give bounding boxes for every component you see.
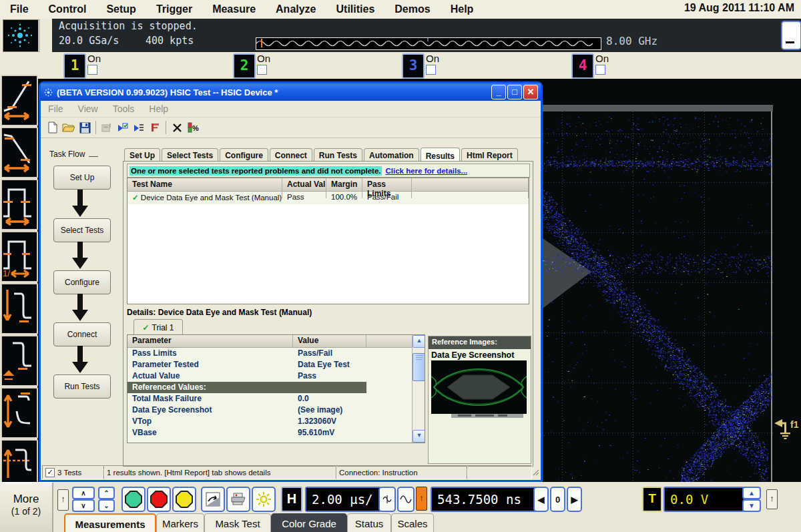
margin-report-button[interactable]: %	[186, 120, 200, 135]
scroll-thumb[interactable]	[413, 353, 425, 381]
more-button[interactable]: More (1 of 2)	[0, 482, 53, 532]
scroll-down-button[interactable]: ▼	[413, 430, 425, 443]
measure-amplitude-button[interactable]	[1, 387, 38, 439]
menu-utilities[interactable]: Utilities	[326, 3, 385, 15]
dialog-menu-tools[interactable]: Tools	[105, 103, 142, 114]
channel-2-checkbox[interactable]	[257, 65, 267, 75]
dialog-minimize-button[interactable]: _	[491, 85, 506, 99]
tab-connect[interactable]: Connect	[270, 148, 312, 162]
menu-demos[interactable]: Demos	[384, 3, 440, 15]
print-button[interactable]	[226, 487, 250, 512]
tab-results[interactable]: Results	[421, 148, 460, 162]
trigger-level-display[interactable]: 0.0 V	[663, 487, 745, 512]
bottom-tab-color-grade[interactable]: Color Grade	[271, 513, 347, 532]
scroll-up-button[interactable]: ▲	[413, 335, 425, 348]
measure-fall-time-button[interactable]	[1, 127, 38, 178]
task-flow-select-tests-button[interactable]: Select Tests	[53, 218, 111, 242]
timebase-display[interactable]: 2.00 µs/	[305, 487, 381, 512]
param-row[interactable]: VTop1.323060V	[127, 416, 425, 427]
trial-1-tab[interactable]: ✓ Trial 1	[134, 319, 183, 335]
task-flow-configure-button[interactable]: Configure	[53, 270, 111, 294]
param-row[interactable]: Data Eye Screenshot(See image)	[127, 405, 425, 416]
save-project-button[interactable]	[77, 120, 92, 135]
task-flow-set-up-button[interactable]: Set Up	[53, 166, 111, 190]
param-row[interactable]: Actual ValuePass	[127, 370, 425, 382]
waveform-preview-bar[interactable]	[256, 37, 601, 50]
menu-setup[interactable]: Setup	[96, 3, 146, 15]
param-row[interactable]: VBase95.610mV	[127, 427, 425, 439]
channel-1-button[interactable]: 1	[63, 53, 86, 79]
bottom-tab-scales[interactable]: Scales	[391, 513, 434, 532]
dialog-menu-view[interactable]: View	[71, 103, 105, 114]
table-row[interactable]: ✓ Device Data Eye and Mask Test (Manual)…	[127, 192, 529, 204]
measure-minimum-button[interactable]	[1, 283, 38, 334]
measure-frequency-button[interactable]: 1/	[1, 231, 38, 282]
screen-capture-button[interactable]	[201, 487, 225, 512]
app-minimize-button[interactable]	[781, 21, 801, 50]
channel-3-button[interactable]: 3	[402, 53, 425, 79]
channel-4-checkbox[interactable]	[595, 65, 605, 75]
bottom-tab-status[interactable]: Status	[347, 513, 391, 532]
param-row[interactable]: Parameter TestedData Eye Test	[127, 359, 425, 370]
open-project-button[interactable]	[61, 120, 76, 135]
resize-grip-icon[interactable]	[533, 469, 539, 476]
measure-base-button[interactable]	[1, 335, 38, 386]
menu-measure[interactable]: Measure	[202, 3, 266, 15]
measure-rise-time-button[interactable]	[1, 75, 38, 126]
spin-up-button[interactable]: ⌃	[98, 487, 115, 499]
tab-configure[interactable]: Configure	[220, 148, 268, 162]
display-brightness-button[interactable]	[252, 487, 276, 512]
dialog-menu-file[interactable]: File	[41, 103, 71, 114]
param-section-row[interactable]: Referenced Values:	[127, 382, 366, 393]
delay-display[interactable]: 543.7500 ns	[431, 487, 537, 512]
dialog-close-button[interactable]: ✕	[523, 85, 538, 99]
dialog-menu-help[interactable]: Help	[142, 103, 176, 114]
single-button[interactable]	[172, 487, 196, 512]
tab-set-up[interactable]: Set Up	[124, 148, 160, 162]
bottom-tab-mask-test[interactable]: Mask Test	[204, 513, 271, 532]
tab-select-tests[interactable]: Select Tests	[162, 148, 218, 162]
stop-button[interactable]	[147, 487, 171, 512]
run-test-list-button[interactable]	[131, 120, 146, 135]
horizontal-zoom-button[interactable]	[397, 487, 415, 512]
spin-down-button[interactable]: ⌄	[98, 499, 115, 512]
measure-pulse-width-button[interactable]	[1, 179, 38, 230]
tab-automation[interactable]: Automation	[364, 148, 419, 162]
param-row[interactable]: Total Mask Failure0.0	[127, 393, 425, 405]
new-project-button[interactable]	[45, 120, 60, 135]
tab-html-report[interactable]: Html Report	[461, 148, 518, 162]
horizontal-fine-button[interactable]	[378, 487, 396, 512]
trigger-menu-button[interactable]: T	[642, 487, 662, 512]
bottom-tab-measurements[interactable]: Measurements	[64, 513, 156, 532]
dialog-maximize-button[interactable]: □	[507, 85, 522, 99]
param-row[interactable]: Pass LimitsPass/Fail	[127, 348, 425, 359]
spin-down-button[interactable]: ▼	[742, 499, 761, 512]
horizontal-menu-button[interactable]: H	[281, 487, 302, 512]
delay-increment-button[interactable]: ▶	[567, 487, 582, 512]
dialog-titlebar[interactable]: (BETA VERSION 0.99.9023) HSIC Test -- HS…	[41, 83, 541, 101]
col-value[interactable]: Value	[293, 335, 366, 347]
trigger-position-button[interactable]: ↑	[416, 487, 427, 511]
menu-trigger[interactable]: Trigger	[146, 3, 202, 15]
trigger-up-button[interactable]: ↑	[766, 489, 778, 509]
spin-down-button[interactable]: ∨	[72, 499, 95, 512]
task-flow-run-tests-button[interactable]: Run Tests	[53, 374, 111, 398]
delay-decrement-button[interactable]: ◀	[533, 487, 549, 512]
run-checked-tests-button[interactable]	[115, 120, 130, 135]
pause-run-button[interactable]	[148, 120, 162, 135]
menu-help[interactable]: Help	[441, 3, 484, 15]
menu-analyze[interactable]: Analyze	[266, 3, 326, 15]
menu-control[interactable]: Control	[39, 3, 97, 15]
function-marker[interactable]: f1	[773, 418, 790, 443]
run-button[interactable]	[121, 487, 146, 512]
delay-zero-button[interactable]: 0	[550, 487, 565, 512]
channel-1-checkbox[interactable]	[87, 65, 97, 75]
task-flow-connect-button[interactable]: Connect	[53, 322, 111, 346]
channel-2-button[interactable]: 2	[233, 53, 256, 79]
abort-button[interactable]	[170, 120, 184, 135]
menu-file[interactable]: File	[0, 3, 39, 15]
data-eye-thumbnail[interactable]	[431, 360, 527, 418]
channel-3-checkbox[interactable]	[426, 65, 436, 75]
tab-run-tests[interactable]: Run Tests	[314, 148, 362, 162]
tests-checkbox[interactable]: ✓	[45, 468, 55, 477]
